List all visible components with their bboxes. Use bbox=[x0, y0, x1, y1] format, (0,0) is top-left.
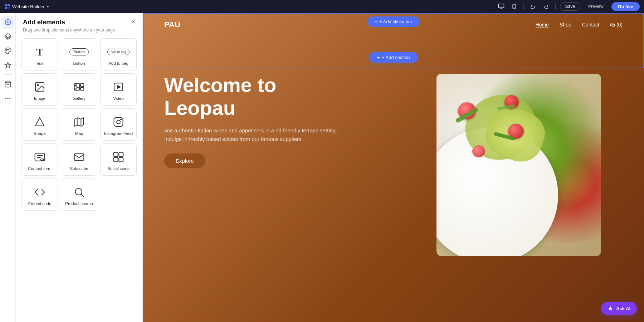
cart-icon-area[interactable]: 🛍 (0) bbox=[610, 22, 623, 28]
hero-content: Welcome to Leopau nce authentic Italian … bbox=[164, 74, 350, 168]
instagram-icon bbox=[113, 117, 124, 127]
food-image bbox=[436, 74, 601, 256]
addtobag-icon: Add to bag bbox=[107, 49, 130, 55]
hero-title: Welcome to Leopau bbox=[164, 74, 350, 120]
ask-ai-button[interactable]: Ask AI bbox=[601, 302, 637, 315]
panel-close-button[interactable]: × bbox=[131, 19, 135, 25]
element-item-embedcode[interactable]: Embed code bbox=[21, 179, 58, 211]
golive-button[interactable]: Go live bbox=[611, 2, 640, 11]
element-item-subscribe[interactable]: Subscribe bbox=[61, 143, 97, 176]
panel-title: Add elements bbox=[23, 19, 115, 26]
sidebar-more-btn[interactable] bbox=[1, 92, 14, 105]
add-section-label: + Add section bbox=[382, 55, 410, 60]
element-item-text[interactable]: T Text bbox=[21, 38, 58, 70]
element-item-productsearch[interactable]: Product search bbox=[61, 179, 97, 211]
svg-point-19 bbox=[9, 98, 10, 99]
element-item-socialicons[interactable]: Social icons bbox=[100, 143, 137, 176]
productsearch-icon bbox=[73, 186, 85, 198]
socialicons-icon bbox=[113, 151, 124, 163]
button-icon: Button bbox=[69, 48, 89, 55]
add-section-icon: + bbox=[377, 55, 380, 60]
svg-point-17 bbox=[5, 98, 6, 99]
explore-button[interactable]: Explore bbox=[164, 153, 205, 168]
food-image-bg bbox=[436, 74, 601, 256]
undo-btn[interactable] bbox=[528, 1, 538, 11]
nav-link-home[interactable]: Home bbox=[536, 22, 549, 28]
element-item-gallery[interactable]: Gallery bbox=[61, 73, 97, 106]
site-logo: PAU bbox=[164, 20, 180, 29]
map-label: Map bbox=[75, 131, 83, 136]
save-button[interactable]: Save bbox=[560, 2, 580, 11]
text-label: Text bbox=[36, 61, 43, 65]
app-name-area[interactable]: Website Builder ▾ bbox=[4, 4, 49, 9]
redo-btn[interactable] bbox=[541, 1, 551, 11]
productsearch-label: Product search bbox=[65, 201, 93, 206]
svg-rect-2 bbox=[5, 7, 7, 9]
main-area: Add elements Drag and drop elements anyw… bbox=[0, 13, 644, 322]
button-label: Button bbox=[73, 61, 85, 65]
site-nav-links: Home Shop Contact 🛍 (0) bbox=[536, 22, 623, 28]
svg-rect-24 bbox=[80, 87, 84, 90]
svg-marker-28 bbox=[35, 118, 44, 126]
add-section-button[interactable]: + + Add section bbox=[369, 52, 418, 63]
instagram-label: Instagram Feed bbox=[104, 131, 133, 136]
svg-rect-40 bbox=[114, 152, 118, 157]
element-item-instagram[interactable]: Instagram Feed bbox=[100, 108, 137, 141]
sidebar-add-btn[interactable] bbox=[1, 16, 14, 29]
svg-rect-23 bbox=[80, 84, 84, 87]
contactform-icon bbox=[34, 151, 45, 163]
element-item-addtobag[interactable]: Add to bag Add to bag bbox=[100, 38, 137, 70]
map-icon bbox=[73, 116, 85, 128]
svg-point-14 bbox=[6, 49, 8, 50]
element-item-button[interactable]: Button Button bbox=[61, 38, 97, 70]
svg-point-8 bbox=[514, 8, 514, 8]
preview-button[interactable]: Preview bbox=[583, 3, 609, 10]
sidebar-store-btn[interactable] bbox=[1, 78, 14, 91]
elements-panel: Add elements Drag and drop elements anyw… bbox=[16, 13, 143, 322]
app-logo-icon bbox=[4, 4, 10, 9]
canvas-area: + + Add sticky bar PAU Home Shop Contact… bbox=[143, 13, 644, 322]
add-sticky-bar-label: + Add sticky bar bbox=[379, 19, 412, 24]
elements-grid: T Text Button Button Add to bag Add to b… bbox=[16, 35, 142, 218]
shape-label: Shape bbox=[34, 131, 45, 136]
element-item-map[interactable]: Map bbox=[61, 108, 97, 141]
svg-rect-42 bbox=[114, 157, 118, 162]
video-icon bbox=[113, 81, 124, 93]
add-sticky-bar-button[interactable]: + + Add sticky bar bbox=[367, 16, 420, 27]
svg-rect-32 bbox=[114, 118, 123, 127]
mobile-view-btn[interactable] bbox=[509, 1, 519, 11]
gallery-icon bbox=[73, 81, 85, 93]
svg-line-45 bbox=[81, 194, 84, 197]
element-item-video[interactable]: Video bbox=[100, 73, 137, 106]
addtobag-label: Add to bag bbox=[108, 61, 128, 65]
nav-link-shop[interactable]: Shop bbox=[560, 22, 571, 28]
topbar-actions: Save Preview Go live bbox=[496, 1, 640, 11]
gallery-label: Gallery bbox=[73, 96, 86, 101]
site-logo-text: PAU bbox=[164, 20, 180, 29]
hero-subtitle: nce authentic Italian wines and appetise… bbox=[164, 126, 350, 143]
ask-ai-icon bbox=[608, 306, 613, 311]
element-item-contactform[interactable]: Contact form bbox=[21, 143, 58, 176]
element-item-shape[interactable]: Shape bbox=[21, 108, 58, 141]
website-preview: + + Add sticky bar PAU Home Shop Contact… bbox=[143, 13, 644, 322]
svg-rect-41 bbox=[119, 152, 123, 157]
sidebar-theme-btn[interactable] bbox=[1, 44, 14, 57]
icon-sidebar bbox=[0, 13, 16, 322]
svg-rect-43 bbox=[119, 157, 123, 162]
svg-point-44 bbox=[75, 188, 82, 195]
desktop-view-btn[interactable] bbox=[496, 1, 506, 11]
sidebar-ai-btn[interactable] bbox=[1, 59, 14, 72]
add-sticky-bar-icon: + bbox=[375, 19, 377, 24]
panel-subtitle: Drag and drop elements anywhere on your … bbox=[23, 28, 115, 33]
element-item-image[interactable]: Image bbox=[21, 73, 58, 106]
topbar-divider-1 bbox=[523, 3, 524, 10]
app-name-chevron[interactable]: ▾ bbox=[47, 4, 49, 9]
nav-link-contact[interactable]: Contact bbox=[582, 22, 599, 28]
svg-rect-38 bbox=[41, 159, 44, 160]
svg-rect-4 bbox=[498, 4, 504, 8]
embedcode-label: Embed code bbox=[28, 201, 52, 206]
tomato-4 bbox=[472, 145, 485, 157]
sidebar-layers-btn[interactable] bbox=[1, 30, 14, 43]
ask-ai-label: Ask AI bbox=[616, 306, 630, 311]
svg-point-13 bbox=[6, 50, 7, 51]
